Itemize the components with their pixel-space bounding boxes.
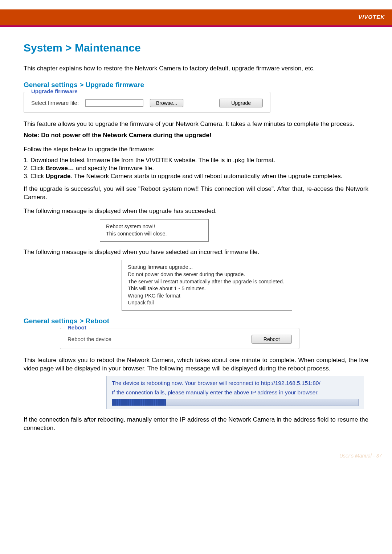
steps-list: 1. Download the latest firmware file fro… xyxy=(24,157,368,180)
reboot-progress-fill xyxy=(112,399,166,406)
reboot-msg-line2: If the connection fails, please manually… xyxy=(112,389,359,396)
reboot-after: If the connection fails after rebooting,… xyxy=(24,416,368,432)
upgrade-success-para: If the upgrade is successful, you will s… xyxy=(24,185,368,202)
reboot-fieldset: Reboot Reboot the device Reboot xyxy=(60,328,299,349)
msg-fail-intro: The following message is displayed when … xyxy=(24,248,368,257)
step-2: 2. Click Browse… and specify the firmwar… xyxy=(24,165,368,172)
reboot-msg-line1: The device is rebooting now. Your browse… xyxy=(112,380,359,386)
upgrade-fieldset: Upgrade firmware Select firmware file: B… xyxy=(24,92,270,113)
step-1: 1. Download the latest firmware file fro… xyxy=(24,157,368,164)
upgrade-button[interactable]: Upgrade xyxy=(219,99,263,107)
msg-succeed-intro: The following message is displayed when … xyxy=(24,207,368,216)
msg-fail-box: Starting firmware upgrade... Do not powe… xyxy=(122,260,292,310)
upgrade-legend: Upgrade firmware xyxy=(28,88,81,94)
reboot-legend: Reboot xyxy=(65,324,89,331)
upgrade-desc: This feature allows you to upgrade the f… xyxy=(24,120,368,128)
reboot-desc: This feature allows you to reboot the Ne… xyxy=(24,356,368,373)
header-band: VIVOTEK xyxy=(0,0,392,25)
upgrade-note: Note: Do not power off the Network Camer… xyxy=(24,131,368,140)
msg-success-box: Reboot system now!! This connection will… xyxy=(100,219,209,241)
page-title: System > Maintenance xyxy=(24,42,368,54)
intro-text: This chapter explains how to restore the… xyxy=(24,64,368,73)
reboot-label: Reboot the device xyxy=(68,336,252,342)
steps-intro: Follow the steps below to upgrade the fi… xyxy=(24,145,368,154)
section-upgrade-heading: General settings > Upgrade firmware xyxy=(24,81,368,89)
section-reboot-heading: General settings > Reboot xyxy=(24,317,368,325)
firmware-file-input[interactable] xyxy=(85,99,143,107)
brand-logo: VIVOTEK xyxy=(358,14,385,20)
browse-button[interactable]: Browse... xyxy=(150,99,183,107)
select-firmware-label: Select firmware file: xyxy=(31,100,79,106)
step-3: 3. Click Upgrade. The Network Camera sta… xyxy=(24,173,368,180)
reboot-button[interactable]: Reboot xyxy=(252,335,292,344)
reboot-message-panel: The device is rebooting now. Your browse… xyxy=(106,376,364,409)
page-footer: User's Manual - 37 xyxy=(0,443,392,466)
reboot-progress-bar xyxy=(112,399,359,406)
